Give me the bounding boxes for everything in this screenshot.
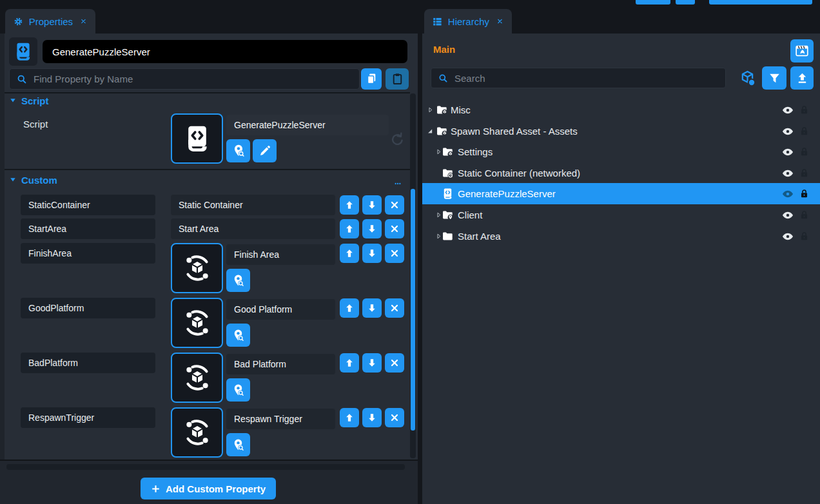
move-down-button[interactable] <box>362 408 382 427</box>
xmark-icon <box>389 358 400 368</box>
lock-icon[interactable] <box>799 188 810 200</box>
lock-icon[interactable] <box>799 146 810 158</box>
down-icon <box>367 412 377 423</box>
property-value-field[interactable]: Static Container <box>171 195 335 215</box>
up-icon <box>344 248 355 258</box>
property-name-field[interactable]: StaticContainer <box>21 195 155 215</box>
move-down-button[interactable] <box>362 195 382 215</box>
xmark-icon <box>389 412 400 423</box>
tree-item-label: GeneratePuzzleServer <box>458 183 556 204</box>
tree-item-label: Settings <box>458 141 493 162</box>
xmark-icon <box>389 303 400 313</box>
collapse-arrow-icon[interactable] <box>426 127 434 135</box>
tree-item-spawn-shared-asset-assets[interactable]: Spawn Shared Asset - Assets <box>422 121 820 142</box>
move-up-button[interactable] <box>340 408 359 427</box>
visibility-eye-icon[interactable] <box>781 230 794 243</box>
properties-scrollbar-thumb[interactable] <box>411 189 415 431</box>
visibility-eye-icon[interactable] <box>781 209 794 222</box>
move-up-button[interactable] <box>340 195 359 215</box>
delete-property-button[interactable] <box>385 408 404 427</box>
move-down-button[interactable] <box>362 219 382 238</box>
delete-property-button[interactable] <box>385 195 404 215</box>
entity-reference-thumbnail[interactable] <box>171 353 223 403</box>
move-up-button[interactable] <box>340 244 359 263</box>
tree-item-start-area[interactable]: Start Area <box>422 226 820 247</box>
top-toolbar-button-fragment[interactable] <box>636 0 670 5</box>
xmark-icon <box>389 224 400 234</box>
property-name-field[interactable]: GoodPlatform <box>21 298 155 318</box>
visibility-eye-icon[interactable] <box>781 146 794 159</box>
tree-item-label: Misc <box>451 99 471 121</box>
hierarchy-tree: MiscSpawn Shared Asset - AssetsSettingsS… <box>422 9 820 504</box>
lock-icon[interactable] <box>799 125 810 137</box>
pin-magnifier-icon <box>231 383 245 397</box>
lock-icon[interactable] <box>799 230 810 242</box>
delete-property-button[interactable] <box>385 353 404 373</box>
property-name-field[interactable]: FinishArea <box>21 243 155 264</box>
property-value-field[interactable]: Bad Platform <box>226 354 335 374</box>
xmark-icon <box>389 200 400 210</box>
up-icon <box>344 200 355 210</box>
property-value-field[interactable]: Start Area <box>171 218 335 239</box>
property-value-field[interactable]: Finish Area <box>226 244 335 265</box>
down-icon <box>367 248 377 258</box>
xmark-icon <box>389 248 400 258</box>
move-down-button[interactable] <box>362 353 382 373</box>
tree-item-misc[interactable]: Misc <box>422 99 820 121</box>
custom-rows-container: StaticContainerStatic ContainerStartArea… <box>0 9 418 460</box>
locate-entity-button[interactable] <box>226 433 250 456</box>
tree-item-settings[interactable]: Settings <box>422 141 820 162</box>
locate-entity-button[interactable] <box>226 324 250 347</box>
pin-magnifier-icon <box>231 274 245 287</box>
property-value-field[interactable]: Respawn Trigger <box>226 409 335 429</box>
property-name-field[interactable]: StartArea <box>21 218 155 239</box>
add-custom-property-label: Add Custom Property <box>166 483 266 494</box>
tree-item-label: Spawn Shared Asset - Assets <box>451 121 578 142</box>
locate-entity-button[interactable] <box>226 378 250 402</box>
entity-reference-thumbnail[interactable] <box>171 407 223 458</box>
visibility-eye-icon[interactable] <box>781 188 794 200</box>
script-icon <box>442 188 454 200</box>
up-icon <box>344 358 355 368</box>
move-down-button[interactable] <box>362 298 382 318</box>
cube-orbit-icon <box>182 363 212 393</box>
horizontal-scrollbar[interactable] <box>6 464 405 470</box>
tree-item-client[interactable]: Client <box>422 204 820 226</box>
down-icon <box>367 224 377 234</box>
lock-icon[interactable] <box>799 209 810 221</box>
tree-item-label: Start Area <box>458 226 501 247</box>
lock-icon[interactable] <box>799 104 810 116</box>
locate-entity-button[interactable] <box>226 269 250 292</box>
move-up-button[interactable] <box>340 353 359 373</box>
delete-property-button[interactable] <box>385 298 404 318</box>
visibility-eye-icon[interactable] <box>781 167 794 180</box>
visibility-eye-icon[interactable] <box>781 104 794 117</box>
lock-icon[interactable] <box>799 167 810 179</box>
delete-property-button[interactable] <box>385 244 404 263</box>
folder-icon <box>436 104 448 116</box>
scrollbar-track[interactable] <box>410 93 416 458</box>
add-custom-property-button[interactable]: Add Custom Property <box>141 478 276 499</box>
move-up-button[interactable] <box>340 298 359 318</box>
top-toolbar-button-fragment[interactable] <box>709 0 812 5</box>
tree-item-static-container-networked[interactable]: Static Container (networked) <box>422 162 820 184</box>
move-down-button[interactable] <box>362 244 382 263</box>
move-up-button[interactable] <box>340 219 359 238</box>
up-icon <box>344 224 355 234</box>
expand-arrow-icon[interactable] <box>426 106 434 114</box>
tree-item-label: Client <box>458 204 482 226</box>
down-icon <box>367 358 377 368</box>
folder-icon <box>442 230 454 242</box>
visibility-eye-icon[interactable] <box>781 125 794 138</box>
entity-reference-thumbnail[interactable] <box>171 243 223 293</box>
tree-item-generatepuzzleserver[interactable]: GeneratePuzzleServer <box>422 183 820 204</box>
entity-reference-thumbnail[interactable] <box>171 298 223 348</box>
property-name-field[interactable]: BadPlatform <box>21 353 155 373</box>
hierarchy-panel: Hierarchy Main MiscSpawn Shared Asset - … <box>422 9 820 504</box>
folder-icon <box>436 125 448 137</box>
top-toolbar-button-fragment[interactable] <box>676 0 695 5</box>
property-value-field[interactable]: Good Platform <box>226 299 335 320</box>
down-icon <box>367 200 377 210</box>
property-name-field[interactable]: RespawnTrigger <box>21 407 155 428</box>
delete-property-button[interactable] <box>385 219 404 238</box>
